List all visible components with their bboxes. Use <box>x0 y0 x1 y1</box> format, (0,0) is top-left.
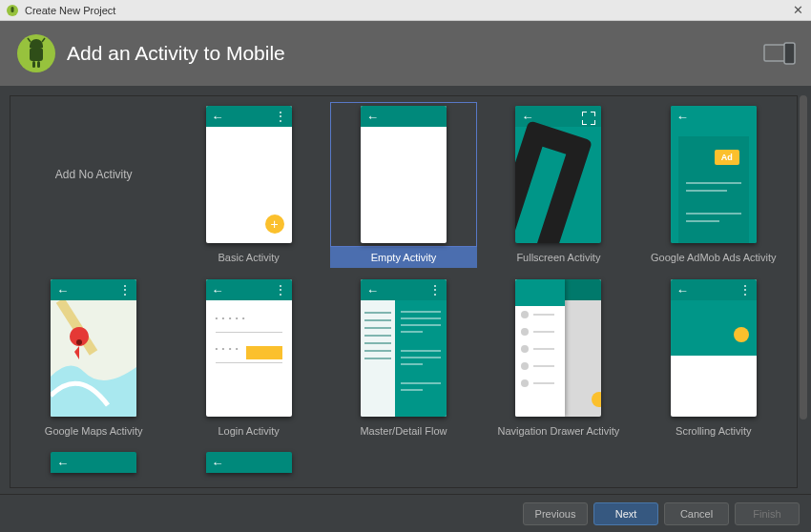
android-studio-icon <box>6 4 19 17</box>
cancel-button[interactable]: Cancel <box>664 502 729 525</box>
back-arrow-icon: ← <box>56 456 69 470</box>
template-label: Google Maps Activity <box>45 420 143 441</box>
map-preview-icon <box>51 300 136 417</box>
template-login-activity[interactable]: ←⋮ • • • • • • • • • Login Activity <box>171 274 325 447</box>
overflow-icon: ⋮ <box>119 284 131 296</box>
window-close-button[interactable]: ✕ <box>790 3 805 17</box>
template-partial-1[interactable]: ← <box>16 447 171 481</box>
svg-rect-6 <box>32 61 35 68</box>
template-partial-2[interactable]: ← <box>171 447 325 481</box>
gallery-scrollbar[interactable] <box>800 95 807 488</box>
back-arrow-icon: ← <box>212 456 224 470</box>
template-basic-activity[interactable]: ←⋮ + Basic Activity <box>171 100 325 274</box>
fab-icon: + <box>265 215 284 234</box>
svg-rect-1 <box>11 7 14 12</box>
back-arrow-icon: ← <box>212 284 224 297</box>
template-label: Scrolling Activity <box>676 420 751 441</box>
template-label: Navigation Drawer Activity <box>498 420 620 441</box>
page-title: Add an Activity to Mobile <box>67 42 763 65</box>
overflow-icon: ⋮ <box>275 111 286 122</box>
template-label: Login Activity <box>218 420 279 441</box>
template-label: Basic Activity <box>218 247 280 268</box>
window-title: Create New Project <box>25 5 790 16</box>
back-arrow-icon: ← <box>676 111 689 123</box>
template-admob-activity[interactable]: ← Ad Google AdMob Ads Activity <box>636 100 791 274</box>
form-factor-icon <box>763 42 796 65</box>
template-label: Master/Detail Flow <box>360 420 447 441</box>
svg-rect-7 <box>37 61 40 68</box>
template-empty-activity[interactable]: ← Empty Activity <box>326 100 481 274</box>
android-studio-logo-icon <box>15 32 57 74</box>
template-gallery: Add No Activity ←⋮ + Basic Activity ← <box>10 95 798 488</box>
template-master-detail-flow[interactable]: ←⋮ Master/Detail Flow <box>326 274 481 447</box>
wizard-header: Add an Activity to Mobile <box>0 21 811 86</box>
template-fullscreen-activity[interactable]: ← Fullscreen Activity <box>481 100 635 274</box>
svg-point-11 <box>76 339 82 345</box>
template-google-maps-activity[interactable]: ←⋮ Google Maps Activity <box>16 274 171 447</box>
add-no-activity-label: Add No Activity <box>55 168 133 181</box>
next-button[interactable]: Next <box>593 502 658 525</box>
template-add-no-activity[interactable]: Add No Activity <box>16 100 171 274</box>
fab-icon <box>592 392 601 407</box>
wizard-footer: Previous Next Cancel Finish <box>0 494 811 532</box>
svg-rect-9 <box>784 43 795 64</box>
back-arrow-icon: ← <box>212 111 224 123</box>
fab-icon <box>734 327 749 342</box>
login-submit-icon <box>246 346 282 359</box>
overflow-icon: ⋮ <box>739 284 751 296</box>
back-arrow-icon: ← <box>366 111 379 123</box>
svg-rect-3 <box>30 48 43 61</box>
fullscreen-icon <box>582 112 595 125</box>
finish-button[interactable]: Finish <box>735 502 800 525</box>
overflow-icon: ⋮ <box>429 284 441 296</box>
template-scrolling-activity[interactable]: ←⋮ Scrolling Activity <box>636 274 791 447</box>
template-label: Fullscreen Activity <box>516 247 600 268</box>
back-arrow-icon: ← <box>676 284 689 297</box>
titlebar: Create New Project ✕ <box>0 0 811 21</box>
template-navigation-drawer-activity[interactable]: Navigation Drawer Activity <box>481 274 635 447</box>
ad-chip: Ad <box>715 150 739 165</box>
previous-button[interactable]: Previous <box>523 502 588 525</box>
template-label: Google AdMob Ads Activity <box>651 247 776 268</box>
back-arrow-icon: ← <box>366 284 379 297</box>
back-arrow-icon: ← <box>56 284 69 297</box>
template-label: Empty Activity <box>330 247 477 268</box>
overflow-icon: ⋮ <box>275 284 286 296</box>
